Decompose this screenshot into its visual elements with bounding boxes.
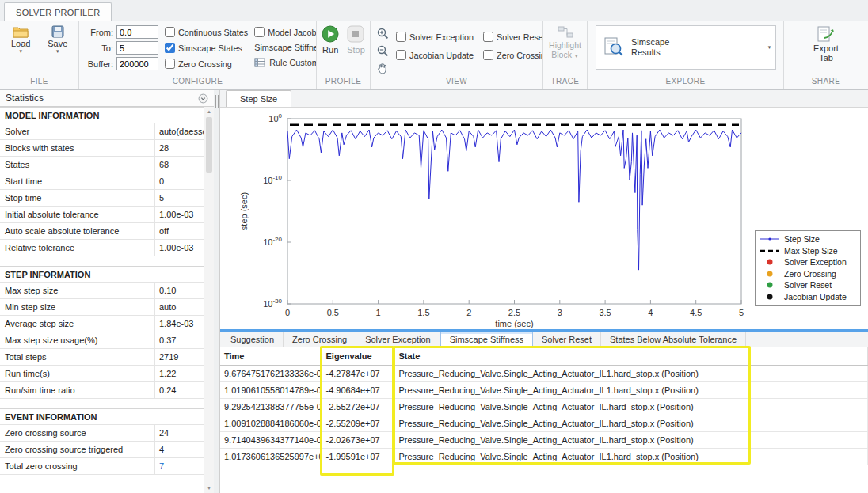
total-zero-crossing-link[interactable]: 7 bbox=[155, 458, 204, 474]
simscape-results-icon bbox=[603, 37, 624, 58]
results-row[interactable]: 1.0091028884186060e-02-2.55209e+07Pressu… bbox=[220, 415, 868, 431]
panel-splitter[interactable] bbox=[214, 90, 220, 493]
results-tab-solver-reset[interactable]: Solver Reset bbox=[533, 332, 601, 347]
cell-eigenvalue[interactable]: -2.55209e+07 bbox=[322, 415, 394, 431]
view-solver-exception-row[interactable]: Solver Exception bbox=[396, 32, 474, 42]
results-row[interactable]: 1.0190610558014789e-04-4.90684e+07Pressu… bbox=[220, 381, 868, 398]
stats-row-value: 1.22 bbox=[155, 366, 204, 381]
save-button[interactable]: Save ▼ bbox=[42, 25, 74, 77]
app-tab-strip: SOLVER PROFILER bbox=[0, 0, 868, 21]
scrollbar-thumb[interactable] bbox=[206, 117, 212, 173]
view-jacobian-update-row[interactable]: Jacobian Update bbox=[396, 50, 474, 60]
step-size-plot[interactable]: 10010-1010-2010-3000.511.522.533.544.55t… bbox=[220, 108, 868, 329]
cell-eigenvalue[interactable]: -1.99591e+07 bbox=[322, 448, 394, 465]
svg-text:10-10: 10-10 bbox=[263, 174, 282, 185]
view-solver-exception-checkbox[interactable] bbox=[396, 32, 406, 42]
view-zero-crossing-row[interactable]: Zero Crossing bbox=[483, 50, 543, 60]
cell-time[interactable]: 1.0173606136525997e+00 bbox=[220, 448, 322, 465]
simscape-states-checkbox[interactable] bbox=[165, 43, 175, 53]
ribbon-section-share: Export Tab SHARE bbox=[784, 21, 868, 89]
cell-state[interactable]: Pressure_Reducing_Valve.Single_Acting_Ac… bbox=[394, 365, 868, 381]
svg-text:3.5: 3.5 bbox=[599, 308, 611, 317]
continuous-states-row[interactable]: Continuous States bbox=[165, 27, 248, 37]
buffer-input[interactable] bbox=[116, 57, 158, 70]
zero-crossing-row[interactable]: Zero Crossing bbox=[165, 59, 248, 69]
to-input[interactable] bbox=[116, 41, 158, 55]
load-dropdown-caret[interactable]: ▼ bbox=[18, 49, 23, 55]
results-row[interactable]: 9.2925421388377755e-03-2.55272e+07Pressu… bbox=[220, 398, 868, 415]
load-button[interactable]: Load ▼ bbox=[5, 25, 37, 77]
gallery-dropdown-button[interactable]: ▼ bbox=[763, 26, 775, 69]
stats-row-label: Max step size usage(%) bbox=[0, 332, 155, 348]
results-row[interactable]: 9.6764751762133336e-05-4.27847e+07Pressu… bbox=[220, 365, 868, 381]
solver-profiler-tab[interactable]: SOLVER PROFILER bbox=[4, 2, 112, 21]
stats-row-value: 0.37 bbox=[155, 332, 204, 348]
from-input[interactable] bbox=[116, 25, 158, 39]
scrollbar-down-arrow[interactable]: ▼ bbox=[204, 484, 214, 493]
svg-text:3: 3 bbox=[558, 308, 562, 317]
column-header-eigenvalue[interactable]: Eigenvalue bbox=[322, 347, 394, 365]
statistics-scrollbar[interactable]: ▲ ▼ bbox=[204, 107, 214, 493]
legend-item-jacobian-update: Jacobian Update bbox=[760, 291, 855, 303]
model-jacobian-checkbox[interactable] bbox=[254, 27, 265, 37]
rule-customization-button[interactable]: Rule Customization bbox=[254, 58, 317, 67]
legend-item-zero-crossing: Zero Crossing bbox=[760, 268, 855, 280]
view-solver-exception-label: Solver Exception bbox=[409, 32, 474, 42]
results-row[interactable]: 1.0173606136525997e+00-1.99591e+07Pressu… bbox=[220, 448, 868, 465]
export-tab-button[interactable]: Export Tab bbox=[809, 25, 843, 77]
view-section-caption: VIEW bbox=[371, 77, 542, 89]
model-jacobian-checkbox-row[interactable]: Model Jacobian bbox=[254, 27, 317, 37]
column-header-state[interactable]: State bbox=[394, 347, 868, 365]
results-row[interactable]: 9.7140439634377140e-01-2.02673e+07Pressu… bbox=[220, 431, 868, 448]
column-header-time[interactable]: Time bbox=[220, 347, 322, 365]
save-dropdown-caret[interactable]: ▼ bbox=[55, 49, 60, 55]
results-tab-simscape-stiffness[interactable]: Simscape Stiffness bbox=[440, 332, 533, 347]
step-size-tab[interactable]: Step Size bbox=[226, 90, 291, 107]
folder-open-icon bbox=[13, 25, 29, 38]
cell-state[interactable]: Pressure_Reducing_Valve.Single_Acting_Ac… bbox=[394, 415, 868, 431]
statistics-collapse-button[interactable] bbox=[198, 93, 208, 104]
stop-button[interactable]: Stop bbox=[347, 25, 365, 77]
cell-eigenvalue[interactable]: -4.27847e+07 bbox=[322, 365, 394, 381]
view-zero-crossing-checkbox[interactable] bbox=[483, 50, 493, 60]
cell-time[interactable]: 9.6764751762133336e-05 bbox=[220, 365, 322, 381]
legend-swatch-icon bbox=[760, 235, 779, 243]
cell-state[interactable]: Pressure_Reducing_Valve.Single_Acting_Ac… bbox=[394, 448, 868, 465]
gallery-dropdown-caret: ▼ bbox=[767, 45, 772, 50]
stats-row-label: Min step size bbox=[0, 299, 155, 315]
simscape-stiffness-dropdown[interactable]: Simscape Stiffness ▼ bbox=[254, 43, 317, 52]
zoom-out-button[interactable] bbox=[375, 44, 390, 58]
results-tab-solver-exception[interactable]: Solver Exception bbox=[356, 332, 440, 347]
cell-state[interactable]: Pressure_Reducing_Valve.Single_Acting_Ac… bbox=[394, 431, 868, 448]
view-jacobian-update-checkbox[interactable] bbox=[396, 50, 406, 60]
simscape-results-button[interactable]: Simscape Results bbox=[596, 26, 763, 69]
scrollbar-up-arrow[interactable]: ▲ bbox=[204, 107, 214, 116]
cell-state[interactable]: Pressure_Reducing_Valve.Single_Acting_Ac… bbox=[394, 381, 868, 398]
cell-time[interactable]: 9.2925421388377755e-03 bbox=[220, 398, 322, 415]
cell-state[interactable]: Pressure_Reducing_Valve.Single_Acting_Ac… bbox=[394, 398, 868, 415]
view-solver-reset-row[interactable]: Solver Reset bbox=[483, 32, 543, 42]
view-solver-reset-checkbox[interactable] bbox=[483, 32, 493, 42]
statistics-panel: Statistics MODEL INFORMATIONSolverauto(d… bbox=[0, 90, 214, 493]
stats-row-min-step-size: Min step sizeauto bbox=[0, 299, 204, 316]
cell-eigenvalue[interactable]: -4.90684e+07 bbox=[322, 381, 394, 398]
results-tab-suggestion[interactable]: Suggestion bbox=[222, 332, 284, 347]
cell-time[interactable]: 1.0190610558014789e-04 bbox=[220, 381, 322, 398]
highlight-block-button[interactable]: Highlight Block ▼ bbox=[545, 25, 586, 77]
zero-crossing-checkbox[interactable] bbox=[165, 59, 175, 69]
cell-eigenvalue[interactable]: -2.02673e+07 bbox=[322, 431, 394, 448]
cell-time[interactable]: 9.7140439634377140e-01 bbox=[220, 431, 322, 448]
run-button[interactable]: Run bbox=[322, 25, 339, 77]
cell-eigenvalue[interactable]: -2.55272e+07 bbox=[322, 398, 394, 415]
cell-time[interactable]: 1.0091028884186060e-02 bbox=[220, 415, 322, 431]
results-tab-zero-crossing[interactable]: Zero Crossing bbox=[284, 332, 356, 347]
pan-hand-button[interactable] bbox=[375, 61, 390, 75]
results-tab-states-below-absolute-tolerance[interactable]: States Below Absolute Tolerance bbox=[601, 332, 746, 347]
rule-customization-icon bbox=[254, 58, 265, 67]
continuous-states-checkbox[interactable] bbox=[165, 27, 175, 37]
scrollbar-track[interactable] bbox=[204, 173, 214, 484]
zoom-in-button[interactable] bbox=[375, 26, 390, 40]
simscape-states-row[interactable]: Simscape States bbox=[165, 43, 248, 53]
legend-item-solver-reset: Solver Reset bbox=[760, 279, 855, 291]
stats-row-label: Run/sim time ratio bbox=[0, 382, 155, 398]
